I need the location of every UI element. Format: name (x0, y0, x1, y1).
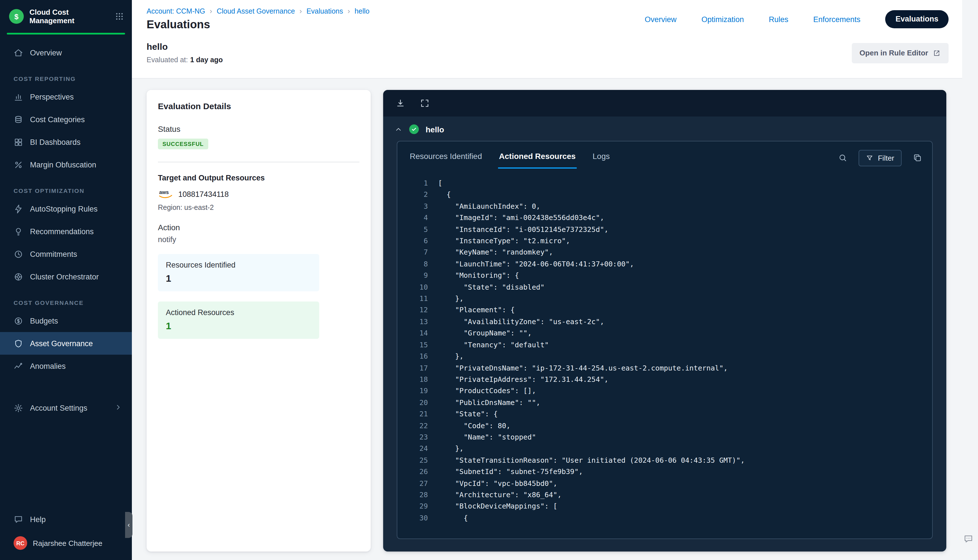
anomaly-trend-icon (13, 361, 23, 371)
page-header: Account: CCM-NG › Cloud Asset Governance… (132, 0, 962, 78)
chevron-up-icon[interactable] (394, 125, 402, 133)
evaluation-name: hello (147, 42, 223, 52)
shield-icon (13, 338, 23, 348)
code-line: "State": { (403, 408, 923, 420)
success-check-icon (409, 125, 419, 134)
status-label: Status (158, 125, 359, 133)
app-title-line2: Management (29, 17, 109, 25)
nav-optimization[interactable]: Optimization (701, 15, 744, 23)
sidebar-item-margin-obfuscation[interactable]: Margin Obfuscation (0, 153, 132, 176)
sidebar-item-label: Cluster Orchestrator (30, 272, 99, 281)
section-label-cost-governance: COST GOVERNANCE (0, 299, 132, 306)
nav-overview[interactable]: Overview (645, 15, 677, 23)
breadcrumb-current[interactable]: hello (355, 7, 370, 15)
sidebar-item-recommendations[interactable]: Recommendations (0, 220, 132, 243)
percent-icon (13, 160, 23, 169)
external-link-icon (933, 49, 941, 57)
sidebar: $ Cloud Cost Management Overview (0, 0, 132, 560)
code-line: "Code": 80, (403, 420, 923, 432)
viewer-tabs: Resources Identified Actioned Resources … (409, 147, 611, 168)
evaluated-at: Evaluated at:1 day ago (147, 56, 223, 64)
code-line: "GroupName": "", (403, 328, 923, 339)
main-area: Account: CCM-NG › Cloud Asset Governance… (132, 0, 962, 560)
lightbulb-icon (13, 227, 23, 236)
sidebar-item-label: Budgets (30, 317, 58, 325)
resources-identified-box: Resources Identified 1 (158, 254, 319, 291)
target-account-row: aws 108817434118 (158, 189, 359, 199)
open-in-rule-editor-button[interactable]: Open in Rule Editor (851, 43, 949, 63)
resources-identified-value: 1 (166, 273, 311, 285)
evaluated-at-label: Evaluated at: (147, 56, 188, 64)
copy-button[interactable] (913, 153, 922, 162)
sidebar-item-budgets[interactable]: Budgets (0, 309, 132, 332)
filter-button[interactable]: Filter (859, 150, 901, 166)
sidebar-collapse-handle[interactable]: ‹ (125, 512, 132, 538)
assistant-chat-icon[interactable] (963, 534, 973, 547)
sidebar-item-label: Overview (30, 48, 62, 57)
tab-actioned-resources[interactable]: Actioned Resources (498, 147, 577, 168)
app: $ Cloud Cost Management Overview (0, 0, 978, 560)
app-title: Cloud Cost Management (29, 8, 109, 25)
breadcrumb-evaluations[interactable]: Evaluations (307, 7, 343, 15)
section-label-cost-optimization: COST OPTIMIZATION (0, 187, 132, 194)
breadcrumb-cloud-asset-governance[interactable]: Cloud Asset Governance (217, 7, 295, 15)
user-name: Rajarshee Chatterjee (33, 539, 102, 547)
resources-identified-label: Resources Identified (166, 261, 311, 269)
sidebar-item-cost-categories[interactable]: Cost Categories (0, 108, 132, 131)
actioned-resources-label: Actioned Resources (166, 308, 311, 317)
sidebar-item-asset-governance[interactable]: Asset Governance (0, 332, 132, 355)
code-line: "AvailabilityZone": "us-east-2c", (403, 316, 923, 328)
sidebar-item-commitments[interactable]: Commitments (0, 243, 132, 265)
viewer-tabs-row: Resources Identified Actioned Resources … (397, 142, 932, 168)
tab-resources-identified[interactable]: Resources Identified (409, 147, 483, 168)
code-line: { (403, 189, 923, 201)
actioned-resources-box: Actioned Resources 1 (158, 302, 319, 339)
tab-logs[interactable]: Logs (591, 147, 611, 168)
dashboard-grid-icon (13, 137, 23, 147)
content-area: Evaluation Details Status SUCCESSFUL Tar… (132, 79, 962, 560)
sidebar-nav: Overview COST REPORTING Perspectives Cos… (0, 41, 132, 419)
code-line: "VpcId": "vpc-bb845bd0", (403, 478, 923, 489)
sidebar-item-label: Account Settings (30, 403, 87, 412)
json-output[interactable]: [ { "AmiLaunchIndex": 0, "ImageId": "ami… (397, 171, 932, 538)
brand-accent-bar (7, 33, 125, 35)
sidebar-item-cluster-orchestrator[interactable]: Cluster Orchestrator (0, 265, 132, 288)
code-line: "ImageId": "ami-002438e556dd03e4c", (403, 212, 923, 224)
svg-text:aws: aws (159, 190, 169, 195)
home-icon (13, 48, 23, 57)
action-label: Action (158, 223, 359, 232)
code-line: "ProductCodes": [], (403, 385, 923, 397)
code-line: "PrivateDnsName": "ip-172-31-44-254.us-e… (403, 362, 923, 374)
sidebar-item-help[interactable]: Help (0, 508, 132, 531)
chevron-right-icon: › (299, 7, 302, 15)
sidebar-item-perspectives[interactable]: Perspectives (0, 85, 132, 108)
sidebar-item-anomalies[interactable]: Anomalies (0, 355, 132, 377)
module-nav: Overview Optimization Rules Enforcements… (645, 10, 949, 29)
chevron-right-icon: › (347, 7, 350, 15)
sidebar-header: $ Cloud Cost Management (0, 0, 132, 32)
avatar: RC (13, 536, 27, 550)
open-in-rule-editor-label: Open in Rule Editor (860, 48, 928, 57)
app-title-line1: Cloud Cost (29, 8, 109, 17)
nav-enforcements[interactable]: Enforcements (813, 15, 861, 23)
search-button[interactable] (838, 153, 847, 162)
fullscreen-button[interactable] (420, 98, 430, 108)
sidebar-item-overview[interactable]: Overview (0, 41, 132, 64)
sidebar-item-label: AutoStopping Rules (30, 205, 98, 213)
download-button[interactable] (396, 98, 405, 108)
evaluation-result-row: hello (383, 117, 946, 140)
evaluation-heading: hello Evaluated at:1 day ago (147, 42, 223, 64)
card-title: Evaluation Details (158, 101, 359, 111)
breadcrumb-account[interactable]: Account: CCM-NG (147, 7, 205, 15)
code-line: "StateTransitionReason": "User initiated… (403, 455, 923, 467)
nav-rules[interactable]: Rules (769, 15, 788, 23)
sidebar-item-autostopping-rules[interactable]: AutoStopping Rules (0, 197, 132, 220)
app-switcher-icon[interactable] (115, 12, 124, 21)
code-line: "Name": "stopped" (403, 432, 923, 443)
evaluation-details-card: Evaluation Details Status SUCCESSFUL Tar… (147, 90, 371, 552)
sidebar-item-account-settings[interactable]: Account Settings (0, 397, 132, 419)
nav-evaluations-active[interactable]: Evaluations (885, 10, 949, 28)
sidebar-item-bi-dashboards[interactable]: BI Dashboards (0, 131, 132, 153)
user-menu[interactable]: RC Rajarshee Chatterjee (0, 531, 132, 554)
sidebar-item-label: Perspectives (30, 92, 74, 101)
